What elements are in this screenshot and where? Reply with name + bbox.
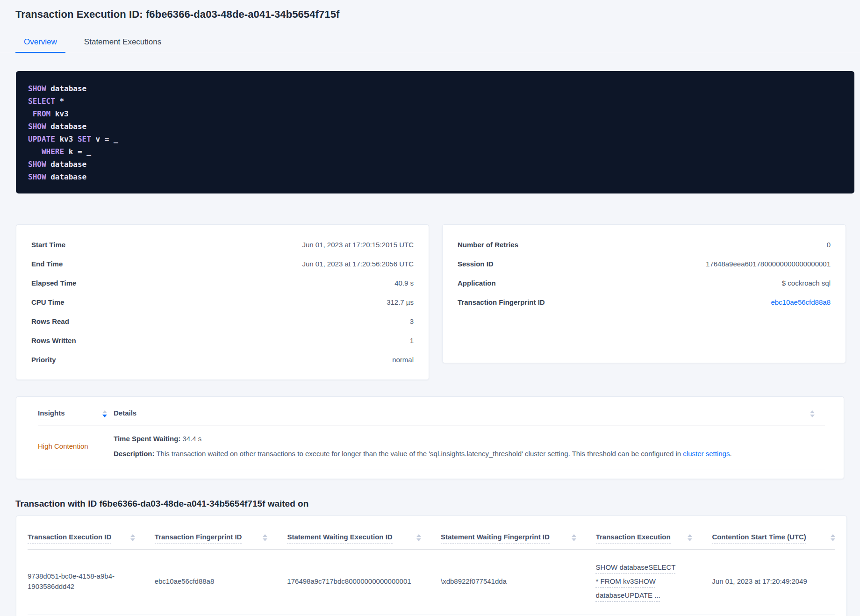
summary-cards-row: Start Time Jun 01, 2023 at 17:20:15:2015… — [16, 224, 846, 380]
rows-written-value: 1 — [410, 337, 414, 344]
insights-column-label[interactable]: Insights — [38, 409, 65, 420]
waited-on-table-row: 9738d051-bc0e-4158-a9b4-1903586ddd42 ebc… — [28, 550, 835, 615]
txn-fingerprint-link[interactable]: ebc10ae56cfd88a8 — [771, 298, 831, 306]
sort-icon[interactable] — [130, 534, 135, 541]
cell-statement-waiting-execution-id: 176498a9c717bdc80000000000000001 — [287, 576, 441, 587]
cell-transaction-fingerprint-id: ebc10ae56cfd88a8 — [155, 576, 287, 587]
column-label[interactable]: Transaction Execution — [596, 533, 671, 544]
session-id-label: Session ID — [458, 260, 494, 268]
start-time-value: Jun 01, 2023 at 17:20:15:2015 UTC — [302, 241, 414, 249]
sort-up-icon — [688, 534, 692, 537]
sort-down-icon — [831, 538, 835, 541]
column-label[interactable]: Contention Start Time (UTC) — [712, 533, 806, 544]
sort-icon[interactable] — [572, 534, 576, 541]
sort-icon-insights[interactable] — [102, 410, 107, 417]
description-text: This transaction waited on other transac… — [155, 450, 683, 458]
sort-down-icon — [130, 538, 135, 541]
column-header-transaction-execution: Transaction Execution — [596, 533, 712, 544]
start-time-label: Start Time — [31, 241, 65, 249]
summary-row-txn-fingerprint: Transaction Fingerprint ID ebc10ae56cfd8… — [458, 293, 831, 312]
rows-read-label: Rows Read — [31, 317, 69, 325]
insights-table-header: Insights Details — [38, 397, 825, 425]
sort-down-icon — [263, 538, 267, 541]
sort-up-icon — [416, 534, 421, 537]
summary-row-retries: Number of Retries 0 — [458, 235, 831, 254]
sql-statements-box: SHOW database SELECT * FROM kv3 SHOW dat… — [16, 71, 854, 193]
insight-badge-high-contention: High Contention — [38, 434, 114, 458]
insights-table-row: High Contention Time Spent Waiting: 34.4… — [38, 425, 825, 470]
column-header-transaction-execution-id: Transaction Execution ID — [28, 533, 155, 544]
waited-on-table-card: Transaction Execution ID Transaction Fin… — [16, 516, 847, 616]
txn-fingerprint-label: Transaction Fingerprint ID — [458, 298, 545, 306]
retries-label: Number of Retries — [458, 241, 518, 249]
column-header-contention-start-time: Contention Start Time (UTC) — [712, 533, 835, 544]
cpu-time-label: CPU Time — [31, 298, 64, 306]
details-column-label[interactable]: Details — [114, 409, 136, 420]
column-header-statement-waiting-execution-id: Statement Waiting Execution ID — [287, 533, 441, 544]
tab-overview[interactable]: Overview — [15, 34, 65, 53]
application-label: Application — [458, 279, 496, 287]
waited-on-table-header: Transaction Execution ID Transaction Fin… — [28, 516, 835, 550]
column-label[interactable]: Statement Waiting Fingerprint ID — [441, 533, 550, 544]
summary-row-end-time: End Time Jun 01, 2023 at 17:20:56:2056 U… — [31, 254, 414, 273]
column-label[interactable]: Transaction Fingerprint ID — [155, 533, 242, 544]
cluster-settings-link[interactable]: cluster settings — [683, 450, 730, 458]
sort-down-icon — [810, 415, 815, 417]
transaction-execution-statement-link[interactable]: SHOW databaseSELECT * FROM kv3SHOW datab… — [596, 560, 676, 602]
priority-label: Priority — [31, 356, 56, 364]
elapsed-time-value: 40.9 s — [394, 279, 414, 287]
sql-statements-code: SHOW database SELECT * FROM kv3 SHOW dat… — [28, 82, 842, 183]
session-summary-card: Number of Retries 0 Session ID 17648a9ee… — [442, 224, 846, 363]
insight-details-cell: Time Spent Waiting: 34.4 s Description: … — [114, 434, 825, 458]
column-header-statement-waiting-fingerprint-id: Statement Waiting Fingerprint ID — [441, 533, 596, 544]
transaction-execution-details-page: Transaction Execution ID: f6be6366-da03-… — [0, 0, 860, 616]
rows-read-value: 3 — [410, 317, 414, 325]
sort-up-icon — [572, 534, 576, 537]
insights-table-card: Insights Details High Contention Time Sp… — [16, 396, 844, 479]
sort-icon[interactable] — [688, 534, 692, 541]
tab-statement-executions[interactable]: Statement Executions — [76, 34, 170, 53]
time-spent-waiting-value: 34.4 s — [180, 435, 201, 443]
end-time-label: End Time — [31, 260, 63, 268]
page-title: Transaction Execution ID: f6be6366-da03-… — [0, 0, 860, 21]
cpu-time-value: 312.7 µs — [387, 298, 414, 306]
summary-row-elapsed-time: Elapsed Time 40.9 s — [31, 273, 414, 293]
time-spent-waiting-label: Time Spent Waiting: — [114, 435, 180, 443]
session-id-value: 17648a9eea6017800000000000000001 — [706, 260, 831, 268]
summary-row-session-id: Session ID 17648a9eea6017800000000000000… — [458, 254, 831, 273]
execution-summary-card: Start Time Jun 01, 2023 at 17:20:15:2015… — [16, 224, 429, 380]
elapsed-time-label: Elapsed Time — [31, 279, 76, 287]
column-header-transaction-fingerprint-id: Transaction Fingerprint ID — [155, 533, 287, 544]
cell-statement-waiting-fingerprint-id: \xdb8922f077541dda — [441, 576, 596, 587]
summary-row-start-time: Start Time Jun 01, 2023 at 17:20:15:2015… — [31, 235, 414, 254]
summary-row-rows-read: Rows Read 3 — [31, 312, 414, 331]
insights-column-header: Insights — [38, 409, 114, 420]
cell-transaction-execution-id: 9738d051-bc0e-4158-a9b4-1903586ddd42 — [28, 571, 155, 592]
summary-row-application: Application $ cockroach sql — [458, 273, 831, 293]
end-time-value: Jun 01, 2023 at 17:20:56:2056 UTC — [302, 260, 414, 268]
description-label: Description: — [114, 450, 155, 458]
sort-up-icon — [102, 410, 107, 413]
insights-card-footer — [38, 470, 825, 479]
sort-up-icon — [831, 534, 835, 537]
column-label[interactable]: Transaction Execution ID — [28, 533, 111, 544]
sort-icon-header-right[interactable] — [810, 410, 815, 417]
time-spent-waiting-line: Time Spent Waiting: 34.4 s — [114, 434, 825, 444]
sort-icon[interactable] — [416, 534, 421, 541]
sort-down-icon — [688, 538, 692, 541]
priority-value: normal — [392, 356, 414, 364]
sort-icon[interactable] — [831, 534, 835, 541]
sort-down-icon — [102, 415, 107, 417]
summary-row-cpu-time: CPU Time 312.7 µs — [31, 293, 414, 312]
sort-icon[interactable] — [263, 534, 267, 541]
sort-up-icon — [130, 534, 135, 537]
application-value: $ cockroach sql — [782, 279, 831, 287]
summary-row-rows-written: Rows Written 1 — [31, 331, 414, 350]
tab-bar: Overview Statement Executions — [0, 34, 860, 53]
rows-written-label: Rows Written — [31, 337, 76, 344]
column-label[interactable]: Statement Waiting Execution ID — [287, 533, 392, 544]
summary-row-priority: Priority normal — [31, 350, 414, 369]
description-line: Description: This transaction waited on … — [114, 449, 825, 458]
waited-on-heading: Transaction with ID f6be6366-da03-48de-a… — [15, 499, 860, 509]
sort-down-icon — [416, 538, 421, 541]
